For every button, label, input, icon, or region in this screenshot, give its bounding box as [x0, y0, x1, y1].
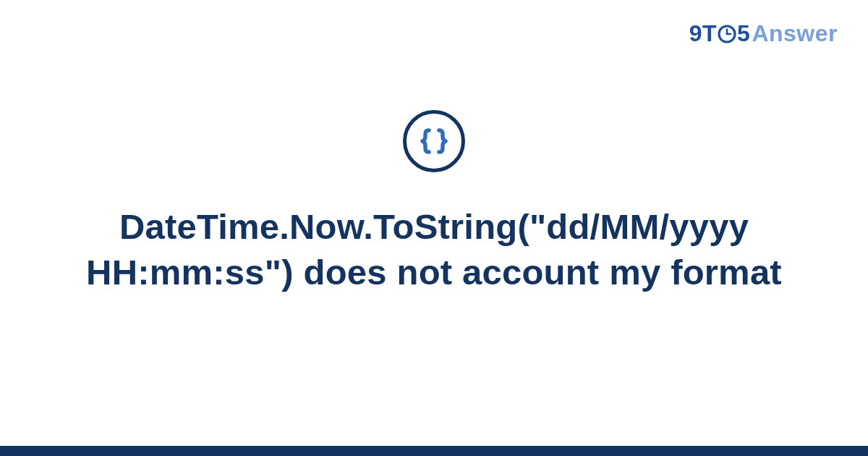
category-badge: [403, 110, 465, 172]
footer-accent-bar: [0, 446, 868, 456]
page-title: DateTime.Now.ToString("dd/MM/yyyy HH:mm:…: [29, 204, 839, 295]
content-area: DateTime.Now.ToString("dd/MM/yyyy HH:mm:…: [0, 0, 868, 456]
code-braces-icon: [416, 123, 452, 159]
